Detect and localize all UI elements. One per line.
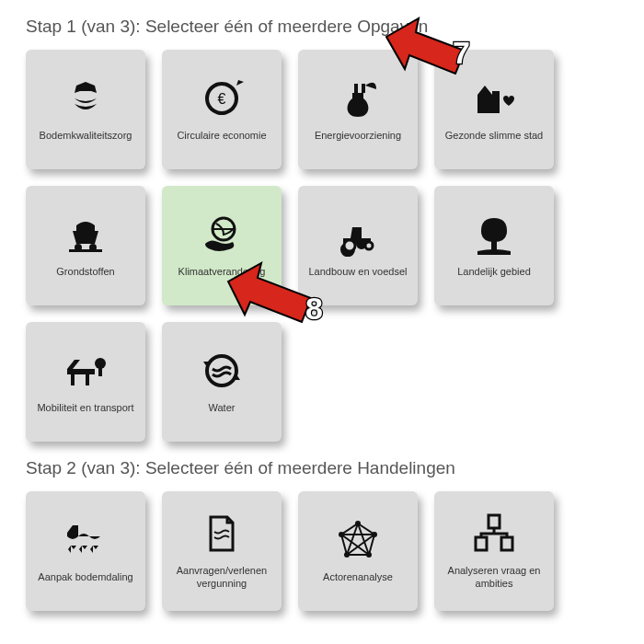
svg-point-17 [344,552,350,558]
mine-cart-icon [63,213,108,257]
svg-point-16 [366,552,372,558]
tile-mobiliteit-en-transport[interactable]: Mobiliteit en transport [26,322,145,442]
tile-aanpak-bodemdaling[interactable]: Aanpak bodemdaling [26,491,145,611]
city-heart-icon [472,76,516,121]
globe-hand-icon [200,213,244,257]
tile-label: Energievoorziening [315,130,401,143]
tile-gezonde-slimme-stad[interactable]: Gezonde slimme stad [434,50,554,169]
document-icon [200,512,244,556]
tile-label: Bodemkwaliteitszorg [40,130,132,143]
tile-label: Actorenanalyse [323,571,393,584]
tile-actorenanalyse[interactable]: Actorenanalyse [298,491,418,611]
svg-rect-10 [86,374,89,385]
tile-energievoorziening[interactable]: Energievoorziening [298,50,418,169]
subsidence-icon [63,518,108,562]
tile-label: Aanpak bodemdaling [38,571,132,584]
tile-label: Water [209,402,236,415]
tile-landbouw-en-voedsel[interactable]: Landbouw en voedsel [298,186,418,305]
svg-rect-12 [98,367,102,376]
svg-rect-3 [69,249,102,252]
tile-klimaatverandering[interactable]: Klimaatverandering [162,186,282,305]
svg-point-13 [207,356,236,385]
svg-point-6 [365,242,373,249]
soil-care-icon [63,76,108,121]
water-cycle-icon [200,349,244,393]
circular-euro-icon: € [200,76,244,121]
tile-label: Grondstoffen [56,266,114,279]
tractor-icon [336,213,380,257]
svg-point-5 [344,240,355,251]
tile-aanvragen-vergunning[interactable]: Aanvragen/verlenen vergunning [162,491,282,611]
svg-point-15 [372,532,377,537]
tile-water[interactable]: Water [162,322,282,442]
tile-label: Mobiliteit en transport [37,402,133,415]
step1-grid: Bodemkwaliteitszorg € Circulaire economi… [26,50,626,442]
step2-grid: Aanpak bodemdaling Aanvragen/verlenen ve… [26,491,626,611]
tree-icon [472,213,516,257]
step1-title: Stap 1 (van 3): Selecteer één of meerder… [26,17,626,37]
energy-plug-icon [336,76,380,121]
tile-label: Aanvragen/verlenen vergunning [167,565,276,591]
svg-rect-8 [67,369,95,374]
svg-rect-21 [501,537,512,550]
svg-rect-9 [71,374,75,385]
tile-landelijk-gebied[interactable]: Landelijk gebied [434,186,554,305]
analyse-docs-icon [472,512,516,556]
step2-title: Stap 2 (van 3): Selecteer één of meerder… [26,458,626,478]
svg-rect-20 [476,537,487,550]
svg-point-14 [355,521,361,526]
network-icon [336,518,380,562]
svg-rect-19 [489,515,500,528]
svg-text:€: € [218,91,226,107]
tile-label: Klimaatverandering [178,266,266,279]
tile-circulaire-economie[interactable]: € Circulaire economie [162,50,282,169]
tile-label: Circulaire economie [177,130,266,143]
tile-grondstoffen[interactable]: Grondstoffen [26,186,145,305]
tile-analyseren-vraag[interactable]: Analyseren vraag en ambities [434,491,554,611]
tile-label: Analyseren vraag en ambities [440,565,548,591]
tile-bodemkwaliteitszorg[interactable]: Bodemkwaliteitszorg [26,50,145,169]
svg-point-18 [339,532,344,537]
tile-label: Gezonde slimme stad [445,130,543,143]
tile-label: Landbouw en voedsel [308,266,407,279]
tile-label: Landelijk gebied [457,266,531,279]
bridge-tree-icon [63,349,108,393]
